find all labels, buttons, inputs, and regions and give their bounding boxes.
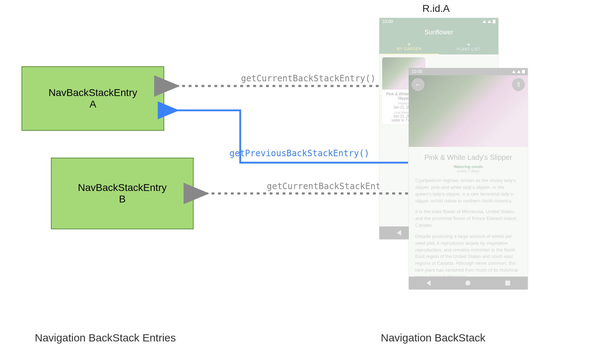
leaf-icon: ✾	[467, 43, 470, 47]
wifi-icon	[512, 70, 516, 73]
tab-plant-list-label: PLANT LIST	[457, 47, 480, 51]
phone-b-hero-image: ← ⇪	[409, 75, 528, 147]
signal-icon	[517, 70, 521, 73]
phone-a-statusbar: 10:00	[379, 18, 498, 25]
nav-back-icon[interactable]	[426, 280, 431, 286]
entry-b-line1: NavBackStackEntry	[78, 182, 166, 193]
plant-detail-title: Pink & White Lady's Slipper	[409, 147, 528, 162]
phone-a-time: 10:00	[382, 19, 393, 24]
tab-plant-list[interactable]: ✾ PLANT LIST	[439, 39, 498, 54]
phone-b-statusbar: 10:00	[409, 68, 528, 75]
entry-b-line2: B	[119, 193, 126, 205]
phone-b-time: 10:00	[412, 69, 422, 74]
share-icon: ⇪	[516, 81, 521, 88]
caption-entries: Navigation BackStack Entries	[35, 332, 176, 344]
phone-screen-b: 10:00 ← ⇪ Pink & White Lady's Slipper Wa…	[409, 68, 528, 289]
tab-my-garden[interactable]: ✿ MY GARDEN	[379, 39, 439, 54]
flower-icon: ✿	[408, 42, 411, 46]
phone-a-appbar: Sunflower	[379, 25, 498, 39]
wifi-icon	[483, 20, 486, 23]
caption-backstack: Navigation BackStack	[381, 332, 485, 344]
back-button[interactable]: ←	[412, 78, 425, 91]
arrow-left-icon: ←	[415, 81, 421, 88]
description-p2: It is the state flower of Minnesota, Uni…	[409, 204, 528, 229]
watering-freq: every 7 days	[409, 169, 528, 173]
signal-icon	[488, 20, 491, 23]
share-button[interactable]: ⇪	[512, 78, 525, 91]
description-p3: Despite producing a large amount of seed…	[409, 229, 528, 281]
label-get-current-a: getCurrentBackStackEntry()	[241, 73, 376, 83]
battery-icon	[522, 70, 525, 73]
battery-icon	[493, 20, 496, 23]
nav-home-icon[interactable]	[465, 281, 470, 286]
tab-my-garden-label: MY GARDEN	[397, 47, 421, 51]
watering-needs-label: Watering needs	[409, 164, 528, 169]
nav-backstack-entry-a: NavBackStackEntry A	[22, 66, 164, 131]
nav-backstack-entry-b: NavBackStackEntry B	[51, 158, 194, 229]
phone-a-tabs: ✿ MY GARDEN ✾ PLANT LIST	[379, 39, 498, 54]
label-get-previous: getPreviousBackStackEntry()	[229, 148, 369, 158]
description-p1: Cypripedium reginae, known as the showy …	[409, 173, 528, 204]
phone-a-title: Sunflower	[425, 29, 453, 36]
entry-a-line2: A	[90, 99, 96, 110]
header-r-id-a: R.id.A	[422, 3, 450, 14]
nav-recent-icon[interactable]	[505, 281, 510, 286]
nav-back-icon[interactable]	[397, 230, 401, 236]
phone-b-navbar	[409, 277, 528, 289]
entry-a-line1: NavBackStackEntry	[48, 87, 137, 99]
